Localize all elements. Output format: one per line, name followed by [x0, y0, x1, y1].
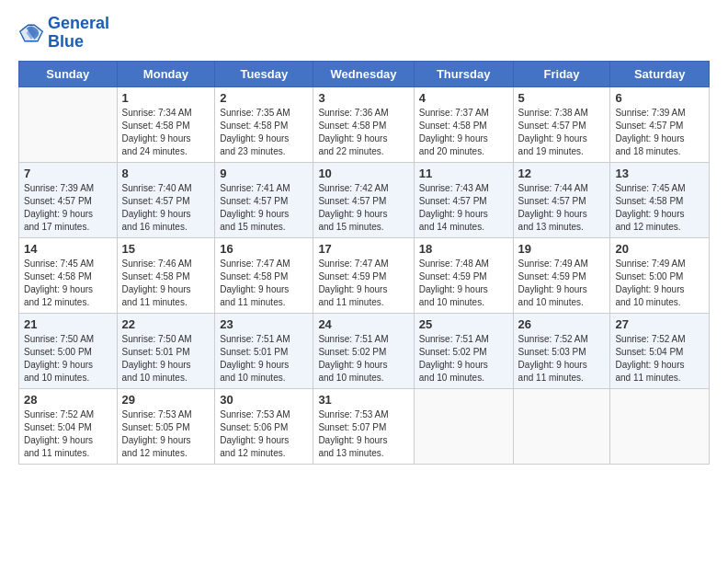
- calendar-header-row: SundayMondayTuesdayWednesdayThursdayFrid…: [19, 61, 710, 86]
- day-info: Sunrise: 7:52 AM Sunset: 5:04 PM Dayligh…: [24, 408, 112, 460]
- day-info: Sunrise: 7:36 AM Sunset: 4:58 PM Dayligh…: [318, 107, 408, 158]
- day-info: Sunrise: 7:48 AM Sunset: 4:59 PM Dayligh…: [419, 258, 508, 309]
- calendar-week-1: 1Sunrise: 7:34 AM Sunset: 4:58 PM Daylig…: [19, 86, 710, 162]
- calendar-cell: [610, 388, 710, 464]
- calendar-cell: 27Sunrise: 7:52 AM Sunset: 5:04 PM Dayli…: [610, 313, 710, 388]
- calendar-cell: 6Sunrise: 7:39 AM Sunset: 4:57 PM Daylig…: [610, 86, 710, 162]
- calendar-cell: 13Sunrise: 7:45 AM Sunset: 4:58 PM Dayli…: [610, 162, 710, 237]
- day-number: 14: [24, 242, 112, 256]
- calendar-cell: 1Sunrise: 7:34 AM Sunset: 4:58 PM Daylig…: [117, 86, 215, 162]
- day-number: 7: [24, 167, 112, 180]
- calendar-cell: 12Sunrise: 7:44 AM Sunset: 4:57 PM Dayli…: [513, 162, 610, 237]
- day-number: 18: [419, 242, 508, 256]
- day-info: Sunrise: 7:49 AM Sunset: 4:59 PM Dayligh…: [518, 258, 606, 309]
- day-info: Sunrise: 7:47 AM Sunset: 4:59 PM Dayligh…: [318, 258, 408, 309]
- day-number: 21: [24, 317, 112, 331]
- day-info: Sunrise: 7:52 AM Sunset: 5:03 PM Dayligh…: [518, 333, 606, 385]
- calendar-cell: 4Sunrise: 7:37 AM Sunset: 4:58 PM Daylig…: [414, 86, 513, 162]
- logo: General Blue: [18, 15, 109, 52]
- day-info: Sunrise: 7:53 AM Sunset: 5:06 PM Dayligh…: [220, 408, 308, 460]
- calendar-cell: 26Sunrise: 7:52 AM Sunset: 5:03 PM Dayli…: [513, 313, 610, 388]
- day-info: Sunrise: 7:46 AM Sunset: 4:58 PM Dayligh…: [122, 258, 210, 309]
- day-number: 30: [220, 393, 308, 407]
- day-info: Sunrise: 7:42 AM Sunset: 4:57 PM Dayligh…: [318, 182, 408, 234]
- logo-text: General Blue: [48, 15, 109, 52]
- calendar-cell: 14Sunrise: 7:45 AM Sunset: 4:58 PM Dayli…: [19, 237, 118, 313]
- calendar-cell: 8Sunrise: 7:40 AM Sunset: 4:57 PM Daylig…: [117, 162, 215, 237]
- day-number: 13: [615, 167, 704, 180]
- day-info: Sunrise: 7:45 AM Sunset: 4:58 PM Dayligh…: [24, 258, 112, 309]
- day-header-saturday: Saturday: [610, 61, 710, 86]
- day-number: 16: [220, 242, 308, 256]
- day-info: Sunrise: 7:51 AM Sunset: 5:02 PM Dayligh…: [318, 333, 408, 385]
- calendar-cell: 28Sunrise: 7:52 AM Sunset: 5:04 PM Dayli…: [19, 388, 118, 464]
- day-info: Sunrise: 7:53 AM Sunset: 5:05 PM Dayligh…: [122, 408, 210, 460]
- day-number: 2: [220, 91, 308, 105]
- day-header-monday: Monday: [117, 61, 215, 86]
- calendar-cell: 3Sunrise: 7:36 AM Sunset: 4:58 PM Daylig…: [313, 86, 414, 162]
- calendar-cell: 20Sunrise: 7:49 AM Sunset: 5:00 PM Dayli…: [610, 237, 710, 313]
- day-info: Sunrise: 7:41 AM Sunset: 4:57 PM Dayligh…: [220, 182, 308, 234]
- day-info: Sunrise: 7:43 AM Sunset: 4:57 PM Dayligh…: [419, 182, 508, 234]
- calendar-cell: 5Sunrise: 7:38 AM Sunset: 4:57 PM Daylig…: [513, 86, 610, 162]
- calendar-cell: 11Sunrise: 7:43 AM Sunset: 4:57 PM Dayli…: [414, 162, 513, 237]
- calendar-cell: 10Sunrise: 7:42 AM Sunset: 4:57 PM Dayli…: [313, 162, 414, 237]
- day-number: 31: [318, 393, 408, 407]
- calendar-cell: 18Sunrise: 7:48 AM Sunset: 4:59 PM Dayli…: [414, 237, 513, 313]
- calendar-cell: 23Sunrise: 7:51 AM Sunset: 5:01 PM Dayli…: [215, 313, 313, 388]
- day-header-sunday: Sunday: [19, 61, 118, 86]
- day-info: Sunrise: 7:52 AM Sunset: 5:04 PM Dayligh…: [615, 333, 704, 385]
- calendar-cell: [414, 388, 513, 464]
- day-number: 20: [615, 242, 704, 256]
- calendar: SundayMondayTuesdayWednesdayThursdayFrid…: [18, 61, 710, 465]
- day-header-tuesday: Tuesday: [215, 61, 313, 86]
- calendar-week-2: 7Sunrise: 7:39 AM Sunset: 4:57 PM Daylig…: [19, 162, 710, 237]
- day-number: 1: [122, 91, 210, 105]
- day-number: 24: [318, 317, 408, 331]
- day-number: 5: [518, 91, 606, 105]
- calendar-cell: [19, 86, 118, 162]
- day-number: 4: [419, 91, 508, 105]
- day-info: Sunrise: 7:39 AM Sunset: 4:57 PM Dayligh…: [24, 182, 112, 234]
- calendar-week-4: 21Sunrise: 7:50 AM Sunset: 5:00 PM Dayli…: [19, 313, 710, 388]
- day-number: 26: [518, 317, 606, 331]
- day-info: Sunrise: 7:51 AM Sunset: 5:01 PM Dayligh…: [220, 333, 308, 385]
- calendar-cell: 16Sunrise: 7:47 AM Sunset: 4:58 PM Dayli…: [215, 237, 313, 313]
- day-info: Sunrise: 7:40 AM Sunset: 4:57 PM Dayligh…: [122, 182, 210, 234]
- day-number: 6: [615, 91, 704, 105]
- day-number: 3: [318, 91, 408, 105]
- day-info: Sunrise: 7:39 AM Sunset: 4:57 PM Dayligh…: [615, 107, 704, 158]
- day-number: 10: [318, 167, 408, 180]
- calendar-cell: 9Sunrise: 7:41 AM Sunset: 4:57 PM Daylig…: [215, 162, 313, 237]
- day-info: Sunrise: 7:47 AM Sunset: 4:58 PM Dayligh…: [220, 258, 308, 309]
- day-info: Sunrise: 7:53 AM Sunset: 5:07 PM Dayligh…: [318, 408, 408, 460]
- day-header-wednesday: Wednesday: [313, 61, 414, 86]
- calendar-cell: 7Sunrise: 7:39 AM Sunset: 4:57 PM Daylig…: [19, 162, 118, 237]
- day-number: 19: [518, 242, 606, 256]
- day-number: 28: [24, 393, 112, 407]
- day-info: Sunrise: 7:37 AM Sunset: 4:58 PM Dayligh…: [419, 107, 508, 158]
- calendar-cell: 30Sunrise: 7:53 AM Sunset: 5:06 PM Dayli…: [215, 388, 313, 464]
- calendar-cell: 17Sunrise: 7:47 AM Sunset: 4:59 PM Dayli…: [313, 237, 414, 313]
- day-info: Sunrise: 7:50 AM Sunset: 5:01 PM Dayligh…: [122, 333, 210, 385]
- calendar-cell: 19Sunrise: 7:49 AM Sunset: 4:59 PM Dayli…: [513, 237, 610, 313]
- day-info: Sunrise: 7:35 AM Sunset: 4:58 PM Dayligh…: [220, 107, 308, 158]
- calendar-cell: 29Sunrise: 7:53 AM Sunset: 5:05 PM Dayli…: [117, 388, 215, 464]
- day-header-thursday: Thursday: [414, 61, 513, 86]
- calendar-week-5: 28Sunrise: 7:52 AM Sunset: 5:04 PM Dayli…: [19, 388, 710, 464]
- calendar-cell: 22Sunrise: 7:50 AM Sunset: 5:01 PM Dayli…: [117, 313, 215, 388]
- day-info: Sunrise: 7:49 AM Sunset: 5:00 PM Dayligh…: [615, 258, 704, 309]
- day-number: 27: [615, 317, 704, 331]
- day-number: 17: [318, 242, 408, 256]
- calendar-cell: 24Sunrise: 7:51 AM Sunset: 5:02 PM Dayli…: [313, 313, 414, 388]
- day-info: Sunrise: 7:50 AM Sunset: 5:00 PM Dayligh…: [24, 333, 112, 385]
- day-info: Sunrise: 7:45 AM Sunset: 4:58 PM Dayligh…: [615, 182, 704, 234]
- calendar-cell: 31Sunrise: 7:53 AM Sunset: 5:07 PM Dayli…: [313, 388, 414, 464]
- day-info: Sunrise: 7:34 AM Sunset: 4:58 PM Dayligh…: [122, 107, 210, 158]
- calendar-cell: 15Sunrise: 7:46 AM Sunset: 4:58 PM Dayli…: [117, 237, 215, 313]
- day-number: 15: [122, 242, 210, 256]
- day-number: 29: [122, 393, 210, 407]
- day-info: Sunrise: 7:51 AM Sunset: 5:02 PM Dayligh…: [419, 333, 508, 385]
- day-number: 8: [122, 167, 210, 180]
- day-number: 23: [220, 317, 308, 331]
